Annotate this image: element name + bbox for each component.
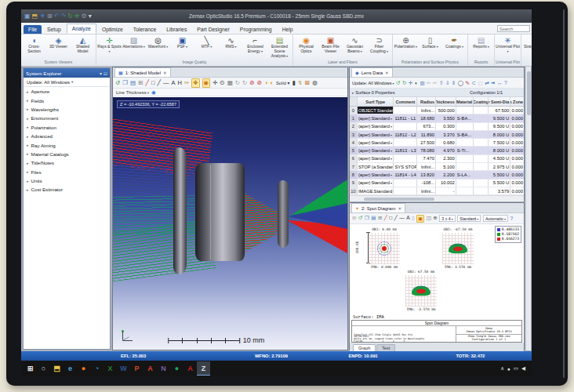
ribbon-button[interactable]: ∿Gaussian Beams <box>343 35 367 54</box>
toolbar-icon[interactable]: ▤ <box>371 215 376 223</box>
toolbar-icon[interactable]: Solid ▾ <box>276 79 289 87</box>
ribbon-button[interactable]: ▯Surface <box>418 35 442 49</box>
toolbar-icon[interactable]: ⇧ <box>439 80 443 86</box>
toolbar-icon[interactable]: ▦ <box>227 79 233 87</box>
explorer-tree-item[interactable]: Title/Notes <box>24 158 110 167</box>
qat-icon[interactable]: ↶ <box>54 13 60 20</box>
taskbar-app-icon[interactable]: N <box>157 361 170 376</box>
toolbar-icon[interactable]: ▤ <box>130 79 136 87</box>
explorer-tree-item[interactable]: Ray Aiming <box>24 140 110 149</box>
lens-table-row[interactable]: 10 IMAGEStandard Infini... - 3.579 0.000 <box>350 187 524 195</box>
lens-table-row[interactable]: 6 (aper)Standard 7.470 2.300 4.500 U 0.0… <box>350 155 524 163</box>
lens-table-row[interactable]: 2 (aper)Standard 673... 0.300 9.500 U 0.… <box>350 123 524 131</box>
ribbon-button[interactable]: ✒Coatings <box>442 35 467 49</box>
explorer-tree-item[interactable]: Wavelengths <box>24 105 110 114</box>
menu-tab[interactable]: File <box>24 25 42 34</box>
explorer-tree-item[interactable]: Units <box>24 176 110 185</box>
surf-type-cell[interactable]: (aper)Standard <box>358 114 394 122</box>
toolbar-icon[interactable]: ↻ <box>242 79 247 87</box>
qat-icon[interactable]: ↻ <box>67 13 73 20</box>
vertical-scrollbar[interactable] <box>525 67 531 350</box>
toolbar-icon[interactable]: ╱ <box>157 79 161 87</box>
explorer-tree-item[interactable]: Material Catalogs <box>24 150 110 158</box>
surf-type-cell[interactable]: (aper)Standard <box>358 139 394 146</box>
toolbar-icon[interactable]: ⊘ <box>257 79 262 87</box>
qat-icon[interactable]: ↷ <box>60 13 66 20</box>
toolbar-icon[interactable]: ▮ <box>292 79 295 87</box>
ribbon-button[interactable]: ◈3D Viewer <box>46 35 71 49</box>
taskbar-app-icon[interactable]: W <box>117 361 130 376</box>
qat-icon[interactable]: ✛ <box>74 13 80 20</box>
shaded-model-viewport[interactable]: Z = -10.492336, Y = -22.6587 <box>113 97 347 350</box>
toolbar-icon[interactable]: ⊂ <box>472 80 476 86</box>
toolbar-icon[interactable]: ◉ <box>202 78 211 88</box>
toolbar-icon[interactable]: ▯ <box>412 215 415 223</box>
panel-option-icon[interactable]: ▾ <box>100 71 102 76</box>
taskbar-app-icon[interactable]: e <box>64 361 77 376</box>
scrollbar-thumb[interactable] <box>364 198 434 201</box>
scrollbar-thumb[interactable] <box>527 71 531 115</box>
update-dropdown[interactable]: Update: All Windows <box>352 81 394 85</box>
tab-shaded-model[interactable]: ▦ 1: Shaded Model ✕ <box>114 67 171 77</box>
ribbon-button[interactable]: ✛Rays & Spots <box>97 35 122 54</box>
lens-table-row[interactable]: 5 (aper)Standard 11813 - L3 78.080 4.970… <box>350 147 524 154</box>
toolbar-icon[interactable]: ↺ <box>396 80 400 86</box>
qat-icon[interactable]: ⬒ <box>32 13 38 20</box>
ribbon-button[interactable]: ☀Stray Light <box>522 35 532 49</box>
help-icon[interactable]: ? <box>510 216 514 221</box>
toolbar-icon[interactable]: ✥ <box>191 78 199 88</box>
lens-table-row[interactable]: 1 (aper)Standard 11811 - L1 18.680 3.550… <box>350 114 524 122</box>
tab-lens-data[interactable]: ◆ Lens Data ✕ <box>351 67 393 77</box>
toolbar-icon[interactable]: ↻ <box>235 79 240 87</box>
close-icon[interactable]: ✕ <box>398 206 401 211</box>
surf-type-cell[interactable]: OBJECTStandard <box>358 107 394 114</box>
ribbon-button[interactable]: ◎Wavefront <box>146 35 170 49</box>
toolbar-icon[interactable]: □ <box>151 79 155 87</box>
ribbon-button[interactable]: ▤Extended Scene Analysis <box>267 35 292 58</box>
toolbar-icon[interactable]: ◑ <box>264 79 268 87</box>
qat-icon[interactable]: ▾ <box>89 13 92 20</box>
surf-type-cell[interactable]: (aper)Standard <box>358 147 394 154</box>
explorer-tree-item[interactable]: Fields <box>24 96 110 104</box>
grid-layout-dropdown[interactable]: 3 x 4 <box>439 215 455 222</box>
toolbar-icon[interactable]: ▥ <box>420 80 424 86</box>
tray-icon[interactable]: ◀ <box>521 365 525 372</box>
ribbon-button[interactable]: ▣Beam File Viewer <box>318 35 343 54</box>
toolbar-icon[interactable]: ◍ <box>312 79 318 87</box>
surf-type-cell[interactable]: (aper)Standard <box>358 123 394 130</box>
toolbar-icon[interactable]: ⊘ <box>249 79 254 87</box>
toolbar-icon[interactable]: ⊞ <box>378 215 382 223</box>
close-icon[interactable]: ✕ <box>385 71 389 75</box>
taskbar-app-icon[interactable]: ⊞ <box>24 361 37 376</box>
surf-type-cell[interactable]: (aper)Standard <box>358 155 394 162</box>
lens-table-row[interactable]: 9 (aper)Standard -108... 10.002 5.500 U … <box>350 180 524 187</box>
taskbar-app-icon[interactable]: A <box>144 361 157 376</box>
explorer-tree-item[interactable]: Aperture <box>24 87 110 96</box>
explorer-tree-item[interactable]: Cost Estimator <box>24 185 110 194</box>
lens-table-row[interactable]: 3 (aper)Standard 11812 - L2 11.890 3.370… <box>350 131 524 139</box>
lens-table-row[interactable]: 8 (aper)Standard 11814 - L4 13.820 2.200… <box>350 171 524 179</box>
toolbar-icon[interactable]: ↻ <box>402 80 406 86</box>
taskbar-app-icon[interactable]: ◔ <box>90 361 104 376</box>
explorer-tree-item[interactable]: Polarization <box>24 123 110 132</box>
tab-graph[interactable]: Graph <box>353 344 376 351</box>
tab-spot-diagram[interactable]: ✦ 2: Spot Diagram ✕ <box>351 203 405 212</box>
taskbar-app-icon[interactable]: ⬒ <box>50 361 64 376</box>
panel-option-icon[interactable]: ⊡ <box>104 71 107 76</box>
toolbar-icon[interactable]: ◯ <box>458 80 463 86</box>
ribbon-button[interactable]: ◉Physical Optics <box>294 35 318 54</box>
line-thickness-dropdown[interactable]: Line Thickness <box>116 90 149 95</box>
toolbar-icon[interactable]: ↔ <box>497 80 503 86</box>
qat-icon[interactable]: ⊞ <box>47 13 53 20</box>
qat-icon[interactable]: ⚙ <box>82 13 87 20</box>
menu-tab[interactable]: Optimize <box>97 25 128 34</box>
toolbar-icon[interactable]: ▢ <box>478 80 482 86</box>
ribbon-button[interactable]: ✳Universal Plot <box>496 35 520 54</box>
toolbar-icon[interactable]: ⇄ <box>485 80 489 86</box>
menu-tab[interactable]: Libraries <box>162 25 191 34</box>
toolbar-icon[interactable]: ⊙ <box>352 215 356 223</box>
explorer-tree-item[interactable]: Environment <box>24 114 110 122</box>
toolbar-icon[interactable]: ⇕ <box>452 80 456 86</box>
surf-type-cell[interactable]: (aper)Standard <box>358 180 394 187</box>
tray-icon[interactable]: ● <box>507 366 510 372</box>
